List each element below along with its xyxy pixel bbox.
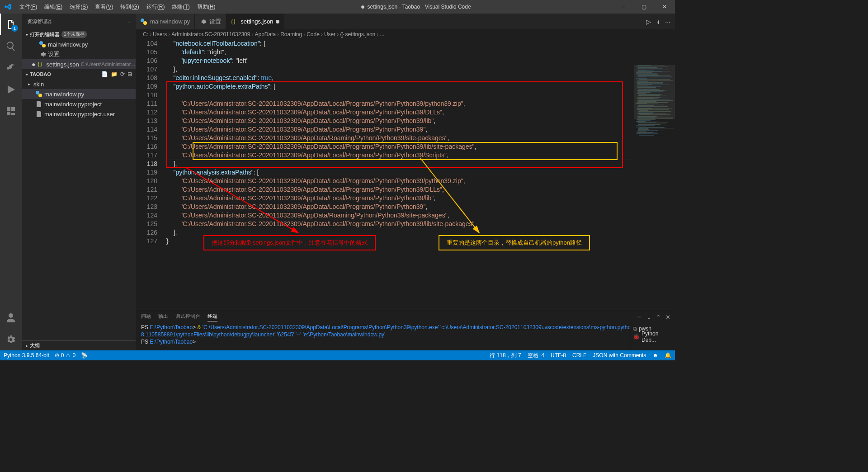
breadcrumb[interactable]: C:›Users›Administrator.SC-202011032309›A…	[136, 29, 675, 39]
terminal-output[interactable]: PS E:\Python\Taobao> & 'C:\Users\Adminis…	[136, 324, 630, 350]
more-icon[interactable]: ···	[665, 18, 670, 25]
new-folder-icon[interactable]: 📁	[111, 71, 118, 77]
outline-header[interactable]: ▸ 大纲	[22, 340, 136, 350]
editor-tabs: mainwindow.py设置{}settings.json ▷ ⫞ ···	[136, 14, 675, 29]
editor-tab[interactable]: {}settings.json	[226, 14, 284, 29]
code-line[interactable]: "python.analysis.extraPaths": [	[166, 168, 675, 177]
status-language[interactable]: JSON with Comments	[593, 352, 646, 359]
menu-item[interactable]: 查看(V)	[91, 0, 117, 14]
tree-item[interactable]: mainwindow.pyproject	[22, 99, 136, 109]
editor-tab[interactable]: 设置	[195, 14, 226, 29]
terminal-item-python[interactable]: 🐞Python Deb...	[633, 333, 672, 341]
run-icon[interactable]: ▷	[646, 18, 651, 25]
search-icon[interactable]	[0, 35, 22, 57]
open-editors-header[interactable]: ▾ 打开的编辑器 1个未保存	[22, 29, 136, 39]
tree-item[interactable]: mainwindow.py	[22, 89, 136, 99]
status-feedback-icon[interactable]: ☻	[652, 352, 658, 359]
status-python[interactable]: Python 3.9.5 64-bit	[4, 352, 49, 359]
editor: mainwindow.py设置{}settings.json ▷ ⫞ ··· C…	[136, 14, 675, 350]
minimap[interactable]	[634, 65, 675, 310]
menu-item[interactable]: 终端(T)	[168, 0, 193, 14]
breadcrumb-item[interactable]: Code	[307, 31, 320, 38]
code-line[interactable]: "default": "right",	[166, 48, 675, 57]
menu-item[interactable]: 转到(G)	[117, 0, 142, 14]
breadcrumb-item[interactable]: Roaming	[280, 31, 302, 38]
status-eol[interactable]: CRLF	[572, 352, 586, 359]
editor-tab[interactable]: mainwindow.py	[136, 14, 195, 29]
folder-header[interactable]: ▾ TAOBAO 📄 📁 ⟳ ⊟	[22, 69, 136, 79]
code-line[interactable]: },	[166, 65, 675, 74]
tree-item[interactable]: ▸skin	[22, 79, 136, 89]
accounts-icon[interactable]	[0, 307, 22, 329]
explorer-badge: 1	[11, 25, 18, 32]
code-line[interactable]: "editor.inlineSuggest.enabled": true,	[166, 74, 675, 82]
code-line[interactable]: "python.autoComplete.extraPaths": [	[166, 82, 675, 91]
status-errors[interactable]: ⊘0 ⚠0	[55, 352, 75, 359]
status-bell-icon[interactable]: 🔔	[665, 352, 671, 359]
run-debug-icon[interactable]	[0, 79, 22, 100]
code-line[interactable]: "C:/Users/Administrator.SC-202011032309/…	[166, 177, 675, 185]
panel-tab[interactable]: 输出	[158, 313, 168, 321]
panel-up-icon[interactable]: ⌃	[656, 314, 661, 321]
status-broadcast-icon[interactable]: 📡	[81, 352, 88, 359]
code-line[interactable]: "C:/Users/Administrator.SC-202011032309/…	[166, 185, 675, 194]
code-line[interactable]: "C:/Users/Administrator.SC-202011032309/…	[166, 211, 675, 220]
tree-item[interactable]: mainwindow.pyproject.user	[22, 109, 136, 119]
open-editor-item[interactable]: ●{}settings.jsonC:\Users\Administrator.S…	[22, 59, 136, 69]
minimize-button[interactable]: ─	[613, 0, 633, 14]
collapse-all-icon[interactable]: ⊟	[127, 71, 132, 77]
breadcrumb-item[interactable]: User	[324, 31, 335, 38]
menu-item[interactable]: 编辑(E)	[41, 0, 66, 14]
extensions-icon[interactable]	[0, 100, 22, 122]
code-area[interactable]: 1041051061071081091101111121131141151161…	[136, 39, 675, 310]
code-line[interactable]: "C:/Users/Administrator.SC-202011032309/…	[166, 151, 675, 160]
panel-tab[interactable]: 问题	[141, 313, 151, 321]
code-line[interactable]: "C:/Users/Administrator.SC-202011032309/…	[166, 220, 675, 228]
code-line[interactable]: "C:/Users/Administrator.SC-202011032309/…	[166, 108, 675, 117]
panel-tab[interactable]: 调试控制台	[175, 313, 200, 321]
breadcrumb-item[interactable]: AppData	[255, 31, 276, 38]
code-line[interactable]: "C:/Users/Administrator.SC-202011032309/…	[166, 125, 675, 134]
breadcrumb-item[interactable]: {} settings.json	[340, 31, 375, 38]
panel-tab[interactable]: 终端	[208, 313, 217, 321]
statusbar: Python 3.9.5 64-bit ⊘0 ⚠0 📡 行 118，列 7 空格…	[0, 350, 675, 360]
open-editor-item[interactable]: 设置	[22, 49, 136, 59]
code-line[interactable]: "C:/Users/Administrator.SC-202011032309/…	[166, 117, 675, 125]
code-line[interactable]: "C:/Users/Administrator.SC-202011032309/…	[166, 134, 675, 142]
code-line[interactable]: "C:/Users/Administrator.SC-202011032309/…	[166, 142, 675, 151]
close-button[interactable]: ✕	[654, 0, 675, 14]
maximize-button[interactable]: ▢	[633, 0, 654, 14]
source-control-icon[interactable]	[0, 57, 22, 79]
panel-close-icon[interactable]: ✕	[665, 314, 670, 321]
status-encoding[interactable]: UTF-8	[551, 352, 566, 359]
unsaved-dot-icon: ●	[361, 3, 365, 11]
menu-item[interactable]: 文件(F)	[16, 0, 41, 14]
new-terminal-icon[interactable]: ＋	[636, 313, 642, 321]
code-line[interactable]: "C:/Users/Administrator.SC-202011032309/…	[166, 99, 675, 108]
code-line[interactable]: "C:/Users/Administrator.SC-202011032309/…	[166, 203, 675, 211]
code-line[interactable]: "notebook.cellToolbarLocation": {	[166, 39, 675, 48]
code-line[interactable]	[166, 91, 675, 99]
status-line-col[interactable]: 行 118，列 7	[490, 352, 521, 359]
explorer-icon[interactable]: 1	[0, 14, 22, 35]
terminal-dropdown-icon[interactable]: ⌄	[646, 314, 651, 321]
svg-point-4	[141, 19, 144, 22]
sidebar-header: 资源管理器 ···	[22, 14, 136, 29]
menu-item[interactable]: 运行(R)	[143, 0, 169, 14]
settings-gear-icon[interactable]	[0, 329, 22, 350]
breadcrumb-item[interactable]: Users	[153, 31, 167, 38]
breadcrumb-item[interactable]: ...	[380, 31, 384, 38]
refresh-icon[interactable]: ⟳	[120, 71, 125, 77]
code-line[interactable]: "C:/Users/Administrator.SC-202011032309/…	[166, 194, 675, 203]
code-line[interactable]: "jupyter-notebook": "left"	[166, 57, 675, 65]
more-actions-icon[interactable]: ···	[126, 19, 130, 24]
menu-item[interactable]: 选择(S)	[66, 0, 91, 14]
breadcrumb-item[interactable]: C:	[143, 31, 148, 38]
menu-item[interactable]: 帮助(H)	[193, 0, 219, 14]
split-editor-icon[interactable]: ⫞	[656, 18, 660, 25]
unsaved-badge: 1个未保存	[61, 31, 87, 38]
new-file-icon[interactable]: 📄	[101, 71, 108, 77]
open-editor-item[interactable]: mainwindow.py	[22, 39, 136, 49]
breadcrumb-item[interactable]: Administrator.SC-202011032309	[171, 31, 250, 38]
status-spaces[interactable]: 空格: 4	[528, 352, 544, 359]
